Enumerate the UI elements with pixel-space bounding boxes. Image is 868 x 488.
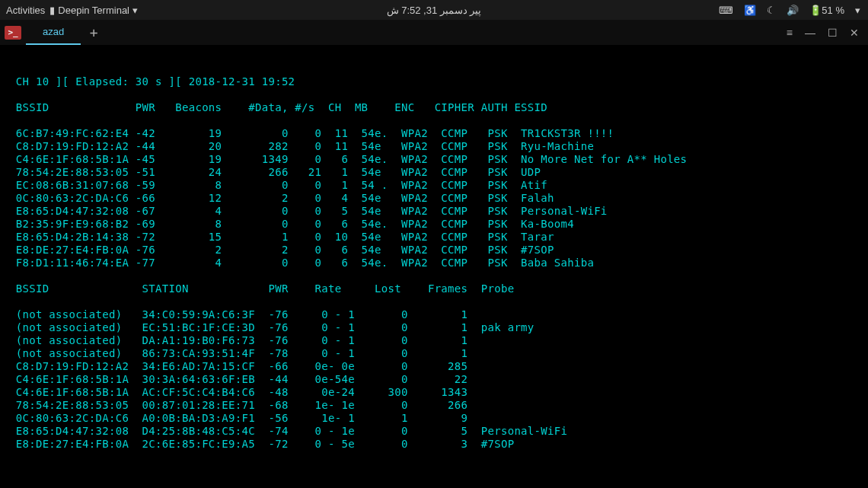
- minimize-button[interactable]: —: [805, 27, 815, 39]
- tab-active[interactable]: azad: [26, 20, 81, 45]
- app-name-label: Deepin Terminal: [58, 5, 129, 16]
- new-tab-button[interactable]: +: [81, 20, 107, 45]
- terminal-output[interactable]: CH 10 ][ Elapsed: 30 s ][ 2018-12-31 19:…: [0, 46, 868, 460]
- terminal-tabbar: >_ azad + ≡ — ☐ ✕: [0, 20, 868, 46]
- app-menu[interactable]: ▮ Deepin Terminal ▾: [49, 5, 138, 16]
- keyboard-icon[interactable]: ⌨: [719, 5, 733, 16]
- close-button[interactable]: ✕: [850, 27, 859, 39]
- activities-button[interactable]: Activities: [6, 5, 45, 16]
- battery-icon[interactable]: 🔋 51 %: [809, 5, 844, 16]
- menu-button[interactable]: ≡: [787, 27, 793, 39]
- accessibility-icon[interactable]: ♿: [744, 5, 756, 16]
- battery-percent: 51 %: [822, 5, 844, 16]
- gnome-topbar: Activities ▮ Deepin Terminal ▾ پیر دسمبر…: [0, 0, 868, 20]
- volume-icon[interactable]: 🔊: [787, 5, 799, 16]
- terminal-app-icon[interactable]: >_: [0, 20, 26, 45]
- dropdown-icon: ▾: [132, 5, 138, 16]
- system-menu-icon[interactable]: ▾: [855, 5, 860, 16]
- night-icon[interactable]: ☾: [767, 5, 776, 16]
- terminal-indicator-icon: ▮: [49, 5, 55, 16]
- maximize-button[interactable]: ☐: [828, 27, 838, 39]
- clock-label[interactable]: پیر دسمبر 31, 7:52 ش: [387, 5, 482, 16]
